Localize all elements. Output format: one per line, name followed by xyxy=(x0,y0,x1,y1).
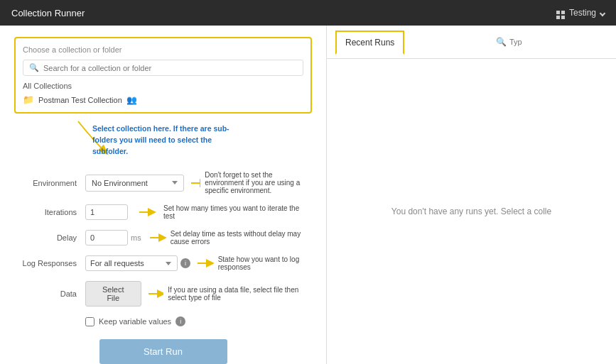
log-arrow-icon xyxy=(198,258,214,268)
data-annotation-note: If you are using a data file, select fil… xyxy=(168,286,312,302)
delay-input[interactable] xyxy=(85,230,128,246)
collection-name: Postman Test Collection xyxy=(38,96,122,104)
start-run-button[interactable]: Start Run xyxy=(99,339,227,364)
workspace-name: Testing xyxy=(569,8,596,18)
log-select[interactable]: For all requests xyxy=(85,255,178,271)
data-label: Data xyxy=(14,289,85,298)
delay-unit: ms xyxy=(131,233,141,242)
left-panel: Choose a collection or folder 🔍 All Coll… xyxy=(0,26,327,364)
env-annotation-note: Don't forget to set the environment if y… xyxy=(205,171,312,194)
delay-annotation-note: Set delay time as tests without delay ma… xyxy=(171,230,312,246)
data-arrow-icon xyxy=(148,289,164,299)
environment-select[interactable]: No Environment xyxy=(85,175,184,192)
iterations-row: Iterations Set how many times you want t… xyxy=(14,204,312,220)
keep-variable-checkbox[interactable] xyxy=(85,317,94,326)
keep-variable-label: Keep variable values xyxy=(99,317,171,326)
right-search-icon: 🔍 xyxy=(496,37,507,47)
workspace-selector[interactable]: Testing xyxy=(556,6,605,19)
collection-chooser: Choose a collection or folder 🔍 All Coll… xyxy=(14,37,312,114)
topbar: Collection Runner Testing xyxy=(0,0,616,26)
env-arrow-icon xyxy=(191,178,200,188)
chevron-down-icon xyxy=(600,8,605,18)
search-box[interactable]: 🔍 xyxy=(23,60,303,76)
empty-message: You don't have any runs yet. Select a co… xyxy=(391,206,551,216)
right-tabs: Recent Runs xyxy=(335,30,404,54)
collection-search-input[interactable] xyxy=(43,64,297,72)
form-section: Environment No Environment Don't forget … xyxy=(14,171,312,307)
log-annotation-note: State how you want to log responses xyxy=(218,255,312,271)
collection-item[interactable]: 📁 Postman Test Collection 👥 xyxy=(23,94,303,105)
log-select-wrapper: For all requests i xyxy=(85,255,190,271)
chooser-label: Choose a collection or folder xyxy=(23,45,303,54)
iterations-input[interactable] xyxy=(85,204,128,220)
folder-icon: 📁 xyxy=(23,94,34,105)
iterations-label: Iterations xyxy=(14,208,85,216)
app-title: Collection Runner xyxy=(11,8,85,18)
search-icon: 🔍 xyxy=(29,63,39,72)
right-empty-content: You don't have any runs yet. Select a co… xyxy=(327,59,616,364)
right-search-input[interactable] xyxy=(509,38,607,46)
environment-label: Environment xyxy=(14,179,85,187)
delay-arrow-icon xyxy=(150,233,166,243)
tab-recent-runs[interactable]: Recent Runs xyxy=(335,31,404,55)
right-header-row: Recent Runs 🔍 xyxy=(327,26,616,59)
right-search-area: 🔍 xyxy=(496,37,607,47)
collection-annotation-text: Select collection here. If there are sub… xyxy=(92,123,234,157)
main-container: Choose a collection or folder 🔍 All Coll… xyxy=(0,26,616,364)
delay-row: Delay ms Set delay time as tests without… xyxy=(14,230,312,246)
all-collections-label: All Collections xyxy=(23,82,303,90)
log-info-icon[interactable]: i xyxy=(180,258,190,268)
grid-icon xyxy=(556,6,565,19)
keep-variable-info-icon[interactable]: i xyxy=(175,316,185,326)
users-icon: 👥 xyxy=(126,95,137,105)
right-panel: Recent Runs 🔍 You don't have any runs ye… xyxy=(327,26,616,364)
select-file-button[interactable]: Select File xyxy=(85,281,141,307)
iter-arrow-icon xyxy=(139,207,159,217)
log-responses-row: Log Responses For all requests i xyxy=(14,255,312,271)
iter-annotation-note: Set how many times you want to iterate t… xyxy=(163,204,306,220)
delay-label: Delay xyxy=(14,233,85,242)
data-row: Data Select File If you are using a data… xyxy=(14,281,312,307)
environment-row: Environment No Environment Don't forget … xyxy=(14,171,312,194)
log-label: Log Responses xyxy=(14,259,85,268)
keep-variable-row: Keep variable values i xyxy=(14,316,312,326)
